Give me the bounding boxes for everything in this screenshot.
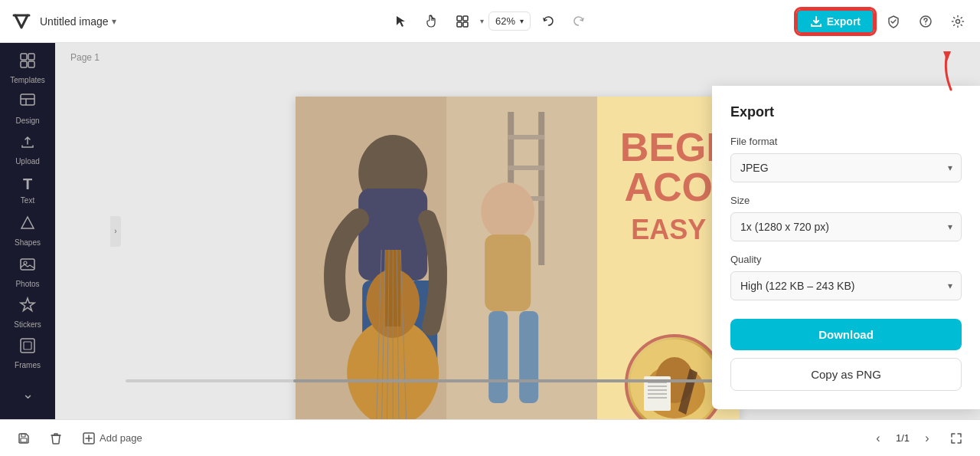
svg-point-38 <box>481 182 534 241</box>
shapes-icon <box>19 215 36 235</box>
guitar-photo <box>296 97 597 419</box>
hand-tool-button[interactable] <box>419 8 445 34</box>
svg-rect-11 <box>21 94 34 105</box>
zoom-control[interactable]: 62% ▾ <box>488 11 531 31</box>
more-icon: ⌄ <box>22 385 34 402</box>
delete-button[interactable] <box>44 427 67 450</box>
svg-rect-2 <box>457 22 462 27</box>
svg-rect-53 <box>21 438 27 442</box>
page-title: Untitled image <box>40 15 109 28</box>
sidebar-item-photos[interactable]: Photos <box>5 253 51 290</box>
sidebar-item-text-label: Text <box>21 196 34 205</box>
file-format-label: File format <box>730 136 962 147</box>
add-page-button[interactable]: Add page <box>77 429 149 448</box>
svg-rect-52 <box>21 434 25 437</box>
svg-rect-39 <box>485 235 531 311</box>
sidebar-item-frames[interactable]: Frames <box>5 335 51 372</box>
next-page-button[interactable]: › <box>916 427 939 450</box>
canvas-area[interactable]: Page 1 › <box>55 43 980 419</box>
svg-marker-51 <box>943 51 951 61</box>
topbar: Untitled image ▾ ▾ 62% ▾ <box>0 0 980 43</box>
zoom-value: 62% <box>495 15 515 27</box>
export-button[interactable]: Export <box>796 9 874 34</box>
svg-point-15 <box>24 261 27 264</box>
zoom-chevron-icon: ▾ <box>520 17 524 25</box>
sidebar-item-stickers[interactable]: Stickers <box>5 294 51 331</box>
svg-rect-40 <box>488 311 508 403</box>
svg-rect-14 <box>21 259 34 270</box>
canvas-text-partial: BEGI ACO EASY <box>620 127 717 246</box>
templates-icon <box>19 52 36 73</box>
size-select[interactable]: 1x (1280 x 720 px) 2x (2560 x 1440 px) 0… <box>730 212 962 241</box>
design-icon <box>19 93 36 113</box>
main-layout: Templates Design Upload T T <box>0 43 980 419</box>
svg-rect-3 <box>463 22 468 27</box>
svg-point-6 <box>956 19 960 23</box>
sidebar-more-button[interactable]: ⌄ <box>5 376 51 413</box>
sidebar-item-design-label: Design <box>15 116 39 125</box>
svg-rect-1 <box>463 16 468 21</box>
bottom-right: ‹ 1/1 › <box>867 427 968 450</box>
topbar-center-tools: ▾ 62% ▾ <box>388 8 592 34</box>
file-format-select-wrapper: JPEG PNG PDF SVG WebP ▾ <box>730 153 962 182</box>
sidebar-collapse-handle[interactable]: › <box>110 216 121 247</box>
file-format-select[interactable]: JPEG PNG PDF SVG WebP <box>730 153 962 182</box>
svg-rect-17 <box>24 342 31 349</box>
prev-page-button[interactable]: ‹ <box>867 427 890 450</box>
layout-chevron-icon: ▾ <box>480 17 484 25</box>
svg-rect-23 <box>508 166 544 170</box>
circle-image <box>625 334 724 419</box>
photos-icon <box>19 256 36 277</box>
quality-label: Quality <box>730 254 962 265</box>
app-logo[interactable] <box>9 9 34 34</box>
text-icon: T <box>23 176 32 193</box>
sidebar-item-text[interactable]: T Text <box>5 172 51 209</box>
export-panel-title: Export <box>730 104 962 120</box>
add-page-label: Add page <box>100 432 142 444</box>
sidebar-item-upload[interactable]: Upload <box>5 130 51 168</box>
fullscreen-button[interactable] <box>945 427 968 450</box>
quality-select[interactable]: High (122 KB – 243 KB) Medium (80 KB – 1… <box>730 271 962 300</box>
document-title-area[interactable]: Untitled image ▾ <box>40 15 116 28</box>
sidebar-item-upload-label: Upload <box>15 157 40 166</box>
canvas-frame[interactable]: BEGI ACO EASY <box>296 97 740 419</box>
sidebar-item-design[interactable]: Design <box>5 90 51 127</box>
layout-button[interactable] <box>449 8 475 34</box>
export-panel: Export File format JPEG PNG PDF SVG WebP… <box>712 86 980 409</box>
svg-rect-0 <box>457 16 462 21</box>
svg-rect-10 <box>28 61 34 67</box>
page-label: Page 1 <box>70 52 100 63</box>
size-label: Size <box>730 195 962 206</box>
svg-point-5 <box>925 23 926 25</box>
svg-rect-22 <box>508 135 544 139</box>
stickers-icon <box>19 297 36 317</box>
page-indicator: 1/1 <box>896 432 910 444</box>
frames-icon <box>19 337 36 358</box>
bottom-bar: Add page ‹ 1/1 › <box>0 419 980 456</box>
topbar-right: Export <box>796 8 971 34</box>
sidebar-item-templates-label: Templates <box>10 76 45 84</box>
download-button[interactable]: Download <box>730 319 962 350</box>
redo-button[interactable] <box>566 8 592 34</box>
sidebar-item-shapes-label: Shapes <box>15 238 41 247</box>
quality-select-wrapper: High (122 KB – 243 KB) Medium (80 KB – 1… <box>730 271 962 300</box>
save-to-device-button[interactable] <box>12 427 35 450</box>
svg-rect-41 <box>519 311 538 403</box>
sidebar-item-photos-label: Photos <box>15 280 39 288</box>
sidebar-item-shapes[interactable]: Shapes <box>5 212 51 250</box>
upload-icon <box>19 133 36 154</box>
settings-button[interactable] <box>945 8 971 34</box>
svg-rect-16 <box>21 339 34 353</box>
svg-rect-8 <box>28 54 34 60</box>
help-button[interactable] <box>913 8 939 34</box>
undo-button[interactable] <box>535 8 561 34</box>
copy-as-png-button[interactable]: Copy as PNG <box>730 358 962 391</box>
size-select-wrapper: 1x (1280 x 720 px) 2x (2560 x 1440 px) 0… <box>730 212 962 241</box>
svg-rect-7 <box>21 54 27 60</box>
sidebar-item-frames-label: Frames <box>15 361 41 369</box>
sidebar-item-templates[interactable]: Templates <box>5 49 51 87</box>
shield-button[interactable] <box>880 8 906 34</box>
title-chevron-icon: ▾ <box>112 16 116 27</box>
select-tool-button[interactable] <box>388 8 414 34</box>
sidebar-item-stickers-label: Stickers <box>14 320 41 329</box>
